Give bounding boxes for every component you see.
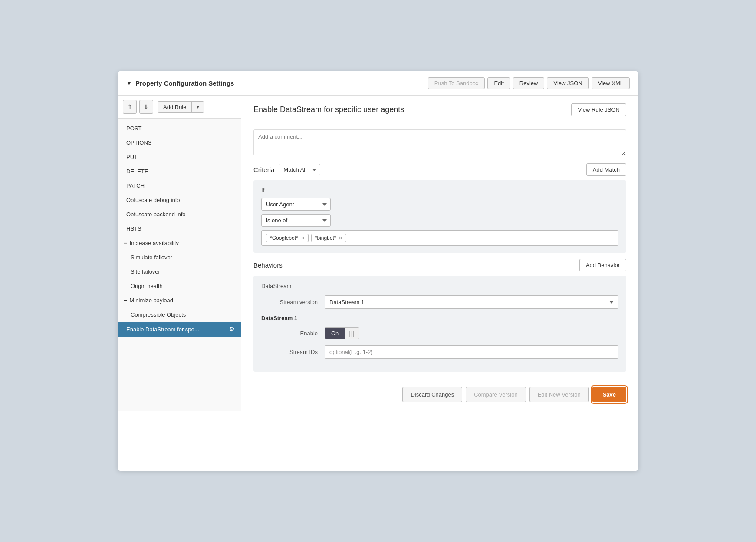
criteria-left: Criteria Match All [253, 164, 320, 175]
header-actions: Push To Sandbox Edit Review View JSON Vi… [428, 77, 630, 89]
sidebar-item-post[interactable]: POST [118, 121, 241, 136]
add-rule-dropdown-button[interactable]: ▼ [192, 102, 204, 112]
dropdown-arrow-icon: ▼ [195, 104, 200, 109]
edit-new-version-button[interactable]: Edit New Version [529, 387, 589, 402]
move-down-button[interactable]: ⇓ [139, 100, 153, 114]
behaviors-section: Behaviors Add Behavior DataStream Stream… [253, 259, 626, 372]
sidebar-section-minimize-payload[interactable]: − Minimize payload [118, 293, 241, 307]
sidebar-section-minimize-label: Minimize payload [130, 297, 173, 304]
push-to-sandbox-button[interactable]: Push To Sandbox [428, 77, 485, 89]
tag-googlebot: *Googlebot* ✕ [266, 234, 309, 242]
tag-bingbot-remove[interactable]: ✕ [339, 235, 342, 241]
active-item-label: Enable DataStream for spe... [126, 326, 199, 333]
sidebar-item-delete[interactable]: DELETE [118, 164, 241, 178]
section-collapse-icon: − [124, 240, 127, 246]
page-title-container: ▼ Property Configuration Settings [126, 79, 234, 87]
condition-operator-select[interactable]: is one of [261, 214, 331, 227]
datastream-subheader: DataStream 1 [261, 315, 618, 321]
save-button[interactable]: Save [592, 387, 626, 402]
criteria-header: Criteria Match All Add Match [253, 163, 626, 176]
sidebar-section-increase-availability[interactable]: − Increase availability [118, 236, 241, 250]
toggle-off-label: ||| [345, 328, 359, 339]
tags-input-container[interactable]: *Googlebot* ✕ *bingbot* ✕ [261, 230, 618, 246]
stream-ids-input[interactable] [325, 345, 618, 359]
condition-field-row: User Agent [261, 198, 618, 211]
criteria-section: Criteria Match All Add Match If User Age… [253, 163, 626, 253]
behavior-name: DataStream [261, 283, 618, 289]
comment-textarea[interactable] [253, 129, 626, 155]
toggle-container: On ||| [325, 327, 359, 339]
tag-bingbot-label: *bingbot* [315, 235, 336, 241]
gear-icon: ⚙ [229, 326, 235, 333]
sidebar-item-obfuscate-backend[interactable]: Obfuscate backend info [118, 207, 241, 221]
comment-area [253, 129, 626, 157]
toggle-on-label: On [325, 328, 345, 339]
move-down-icon: ⇓ [144, 103, 149, 110]
tag-googlebot-remove[interactable]: ✕ [301, 235, 305, 241]
footer: Discard Changes Compare Version Edit New… [241, 378, 638, 411]
enable-row: Enable On ||| [261, 327, 618, 339]
edit-button[interactable]: Edit [487, 77, 510, 89]
add-behavior-button[interactable]: Add Behavior [579, 259, 626, 271]
sidebar-item-hsts[interactable]: HSTS [118, 221, 241, 236]
view-xml-button[interactable]: View XML [592, 77, 630, 89]
sidebar-item-patch[interactable]: PATCH [118, 178, 241, 193]
behaviors-label: Behaviors [253, 261, 283, 269]
stream-ids-row: Stream IDs [261, 345, 618, 359]
compare-version-button[interactable]: Compare Version [466, 387, 526, 402]
section-minimize-collapse-icon: − [124, 297, 127, 304]
condition-field-select[interactable]: User Agent [261, 198, 331, 211]
move-up-button[interactable]: ⇑ [123, 100, 137, 114]
enable-toggle[interactable]: On ||| [325, 327, 359, 339]
behaviors-header: Behaviors Add Behavior [253, 259, 626, 271]
rule-title: Enable DataStream for specific user agen… [253, 105, 404, 114]
add-rule-container: Add Rule ▼ [158, 101, 204, 113]
page-title: Property Configuration Settings [135, 79, 234, 87]
sidebar-item-site-failover[interactable]: Site failover [118, 264, 241, 279]
enable-label: Enable [261, 330, 318, 337]
sidebar-items-list: POST OPTIONS PUT DELETE PATCH Obfuscate … [118, 119, 241, 339]
main-content: Enable DataStream for specific user agen… [241, 96, 638, 411]
sidebar-item-origin-health[interactable]: Origin health [118, 279, 241, 293]
view-json-button[interactable]: View JSON [547, 77, 588, 89]
add-rule-button[interactable]: Add Rule [158, 102, 192, 112]
tag-bingbot: *bingbot* ✕ [311, 234, 347, 242]
move-up-icon: ⇑ [127, 103, 132, 110]
sidebar-item-options[interactable]: OPTIONS [118, 136, 241, 150]
stream-version-label: Stream version [261, 299, 318, 305]
tag-googlebot-label: *Googlebot* [270, 235, 298, 241]
view-rule-json-button[interactable]: View Rule JSON [571, 103, 626, 116]
sidebar-toolbar: ⇑ ⇓ Add Rule ▼ [118, 96, 241, 119]
sidebar: ⇑ ⇓ Add Rule ▼ POST OPTIONS PUT DELETE P… [118, 96, 241, 411]
if-label: If [261, 187, 618, 194]
behavior-block: DataStream Stream version DataStream 1 D… [253, 276, 626, 372]
stream-version-row: Stream version DataStream 1 [261, 295, 618, 309]
if-block: If User Agent is one of *Googlebot* [253, 180, 626, 253]
sidebar-section-label: Increase availability [130, 240, 179, 246]
criteria-label: Criteria [253, 166, 274, 173]
sidebar-item-enable-datastream[interactable]: Enable DataStream for spe... ⚙ [118, 322, 241, 337]
sidebar-item-compressible-objects[interactable]: Compressible Objects [118, 307, 241, 322]
condition-operator-row: is one of [261, 214, 618, 227]
page-header: ▼ Property Configuration Settings Push T… [118, 71, 638, 96]
add-match-button[interactable]: Add Match [586, 163, 626, 176]
rule-header: Enable DataStream for specific user agen… [241, 96, 638, 123]
sidebar-item-put[interactable]: PUT [118, 150, 241, 164]
review-button[interactable]: Review [513, 77, 545, 89]
body-layout: ⇑ ⇓ Add Rule ▼ POST OPTIONS PUT DELETE P… [118, 96, 638, 411]
collapse-icon[interactable]: ▼ [126, 80, 132, 86]
stream-version-select[interactable]: DataStream 1 [325, 295, 618, 309]
stream-ids-label: Stream IDs [261, 349, 318, 355]
sidebar-item-obfuscate-debug[interactable]: Obfuscate debug info [118, 193, 241, 207]
criteria-match-select[interactable]: Match All [279, 164, 320, 175]
toggle-lines-icon: ||| [349, 330, 355, 337]
sidebar-item-simulate-failover[interactable]: Simulate failover [118, 250, 241, 264]
discard-changes-button[interactable]: Discard Changes [402, 387, 462, 402]
